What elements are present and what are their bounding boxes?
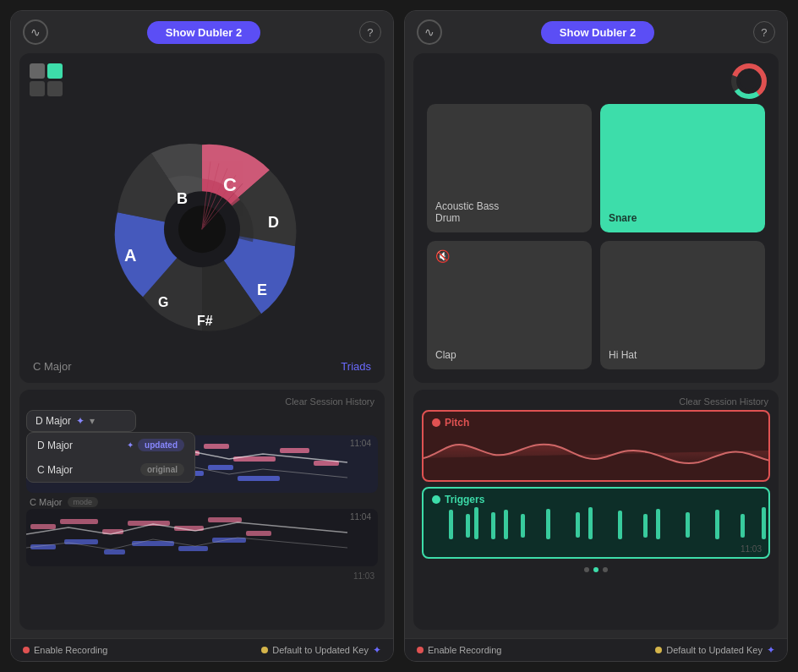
svg-rect-53 xyxy=(546,509,550,539)
svg-rect-52 xyxy=(521,514,525,538)
right-panel: ∿ Show Dubler 2 ? Acoustic BassDr xyxy=(404,10,788,662)
svg-rect-29 xyxy=(238,476,280,481)
svg-rect-51 xyxy=(504,510,508,539)
svg-rect-31 xyxy=(60,519,98,524)
strip-2-mode-badge: mode xyxy=(68,497,99,507)
piano-strip-2-container: C Major mode 11:04 xyxy=(26,495,378,566)
svg-text:B: B xyxy=(177,190,188,207)
strip-3-time-row: 11:03 xyxy=(26,570,378,582)
key-dropdown-button[interactable]: D Major ✦ ▾ xyxy=(26,410,136,432)
svg-rect-59 xyxy=(686,512,690,538)
right-enable-recording-label: Enable Recording xyxy=(428,645,501,655)
svg-text:G: G xyxy=(158,295,168,309)
svg-rect-35 xyxy=(208,517,242,522)
color-squares xyxy=(30,63,63,96)
scroll-dot-1 xyxy=(584,567,589,572)
dropdown-item-label: D Major xyxy=(37,440,73,451)
strip-2-key-label: C Major xyxy=(30,497,63,507)
svg-rect-41 xyxy=(178,546,208,551)
pitch-curve xyxy=(424,412,768,482)
right-record-dot xyxy=(417,647,424,653)
left-default-key[interactable]: Default to Updated Key ✦ xyxy=(261,644,381,656)
clap-pad[interactable]: 🔇 Clap xyxy=(427,241,592,369)
chord-wheel[interactable]: B C D E F# G A xyxy=(75,102,329,359)
right-header: ∿ Show Dubler 2 ? xyxy=(405,11,787,53)
right-help-button[interactable]: ? xyxy=(753,21,775,43)
right-default-key[interactable]: Default to Updated Key ✦ xyxy=(655,644,775,656)
left-session-header: Clear Session History xyxy=(19,390,385,410)
right-logo: ∿ xyxy=(417,19,442,45)
drum-section: Acoustic BassDrum Snare 🔇 Clap Hi Hat xyxy=(413,53,779,383)
hihat-label: Hi Hat xyxy=(609,349,637,361)
svg-rect-60 xyxy=(715,510,719,539)
sparkle-icon: ✦ xyxy=(76,415,85,427)
color-sq-3[interactable] xyxy=(30,81,45,96)
svg-rect-21 xyxy=(280,448,309,453)
chord-mode-button[interactable]: Triads xyxy=(341,360,371,373)
key-dropdown-area: D Major ✦ ▾ D Major ✦ updated xyxy=(26,410,378,432)
clap-label: Clap xyxy=(435,349,456,361)
snare-pad[interactable]: Snare xyxy=(600,104,765,232)
dropdown-label: D Major xyxy=(36,415,71,427)
right-clear-session[interactable]: Clear Session History xyxy=(679,396,768,407)
svg-rect-56 xyxy=(618,511,622,539)
color-sq-1[interactable] xyxy=(30,63,45,79)
left-help-button[interactable]: ? xyxy=(359,21,381,43)
left-bottom-bar: Enable Recording Default to Updated Key … xyxy=(11,638,393,661)
triggers-bars xyxy=(424,489,768,559)
color-sq-4[interactable] xyxy=(47,81,63,96)
strip-time-1: 11:04 xyxy=(350,439,371,448)
record-dot xyxy=(23,647,30,653)
key-dot xyxy=(261,647,268,653)
drum-pie-chart xyxy=(731,63,767,102)
svg-rect-57 xyxy=(643,514,648,538)
triggers-strip: Triggers xyxy=(422,487,770,559)
svg-rect-38 xyxy=(64,539,98,544)
svg-rect-55 xyxy=(588,507,593,539)
svg-rect-54 xyxy=(576,512,580,538)
svg-point-46 xyxy=(741,73,757,90)
left-logo: ∿ xyxy=(23,19,48,45)
left-enable-recording[interactable]: Enable Recording xyxy=(23,645,107,655)
scroll-dots xyxy=(413,564,779,576)
strip-2-label-row: C Major mode xyxy=(26,495,378,509)
chord-wheel-section: B C D E F# G A C Major Triads xyxy=(19,53,385,383)
pitch-strip: Pitch xyxy=(422,410,770,482)
left-session-section: Clear Session History D Major ✦ ▾ D Majo… xyxy=(19,390,385,630)
bass-drum-pad[interactable]: Acoustic BassDrum xyxy=(427,104,592,232)
svg-rect-48 xyxy=(466,514,470,538)
right-bottom-bar: Enable Recording Default to Updated Key … xyxy=(405,638,787,661)
right-default-key-label: Default to Updated Key xyxy=(666,645,762,655)
right-key-dot xyxy=(655,647,662,653)
triggers-timestamp: 11:03 xyxy=(741,544,762,554)
right-title-button[interactable]: Show Dubler 2 xyxy=(541,21,654,44)
right-session-section: Clear Session History Pitch xyxy=(413,390,779,630)
strip-3-timestamp: 11:03 xyxy=(353,571,374,581)
drum-pad-grid: Acoustic BassDrum Snare 🔇 Clap Hi Hat xyxy=(413,53,779,383)
svg-rect-36 xyxy=(246,531,271,536)
snare-label: Snare xyxy=(609,212,637,224)
hihat-pad[interactable]: Hi Hat xyxy=(600,241,765,369)
updated-badge: updated xyxy=(138,439,184,451)
right-session-header: Clear Session History xyxy=(413,390,779,410)
svg-rect-39 xyxy=(104,549,125,555)
color-sq-2[interactable] xyxy=(47,63,63,79)
svg-text:F#: F# xyxy=(197,314,213,328)
left-panel: ∿ Show Dubler 2 ? xyxy=(10,10,394,662)
left-header: ∿ Show Dubler 2 ? xyxy=(11,11,393,53)
svg-rect-47 xyxy=(449,510,453,539)
sparkle-bottom-icon: ✦ xyxy=(373,644,381,656)
chevron-down-icon: ▾ xyxy=(90,415,95,427)
bass-drum-label: Acoustic BassDrum xyxy=(435,200,499,224)
dropdown-item-dmajor[interactable]: D Major ✦ updated xyxy=(27,433,194,457)
scroll-dot-3 xyxy=(603,567,608,572)
scroll-dot-2 xyxy=(593,567,598,572)
left-title-button[interactable]: Show Dubler 2 xyxy=(147,21,260,44)
dropdown-item-label-2: C Major xyxy=(37,464,73,476)
right-enable-recording[interactable]: Enable Recording xyxy=(417,645,501,655)
default-key-label: Default to Updated Key xyxy=(272,645,369,655)
left-clear-session[interactable]: Clear Session History xyxy=(285,396,374,407)
svg-point-1 xyxy=(178,205,226,253)
dropdown-item-cmajor[interactable]: C Major original xyxy=(27,457,194,482)
svg-rect-58 xyxy=(656,509,660,539)
